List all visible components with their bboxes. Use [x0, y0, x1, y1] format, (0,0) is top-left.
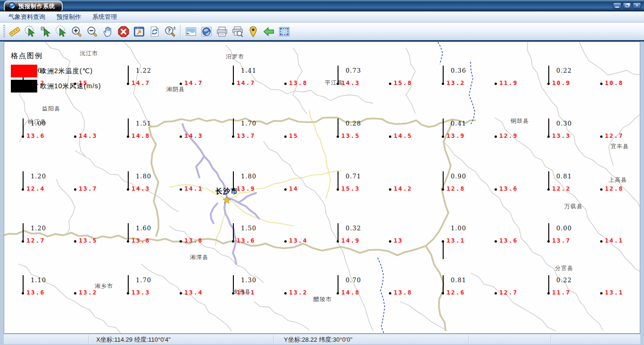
temperature-value: 13.8: [132, 237, 150, 244]
temperature-value: 12.8: [605, 185, 623, 192]
temperature-value: 14.3: [132, 185, 150, 192]
grid-point-dot: [180, 240, 182, 243]
temperature-value: 13.8: [289, 79, 307, 86]
wind-barb: [548, 66, 549, 84]
export-image-button[interactable]: [183, 24, 198, 39]
changsha-star-icon: [223, 196, 231, 206]
temperature-value: 14.7: [237, 79, 255, 86]
export-image-icon: [185, 25, 197, 38]
wind-barb: [443, 66, 444, 84]
temperature-value: 11.7: [552, 289, 570, 296]
select-arrow-button[interactable]: [38, 24, 53, 39]
grid-region-select-button[interactable]: [276, 24, 292, 39]
temperature-value: 14.1: [184, 185, 203, 192]
zoom-out-button[interactable]: [84, 24, 100, 39]
measure-ruler-button[interactable]: [7, 24, 22, 39]
select-by-circle-button[interactable]: [22, 24, 38, 39]
wind-speed-value: 1.30: [241, 277, 256, 284]
wind-barb: [128, 118, 129, 136]
temperature-value: 13.3: [552, 132, 570, 139]
grid-point-dot: [284, 188, 287, 191]
wind-barb: [23, 275, 24, 293]
temperature-value: 14.8: [132, 132, 150, 139]
refresh-button[interactable]: [147, 24, 162, 39]
temperature-value: 13.8: [184, 237, 203, 244]
grid-point-dot: [284, 83, 287, 85]
globe-view-button[interactable]: [198, 24, 214, 39]
select-lasso-icon: [55, 25, 67, 38]
status-bar: X坐标:114.29 经度:110°0'4" Y坐标:28.22 纬度:30°0…: [4, 334, 640, 344]
temperature-value: 14.8: [341, 289, 360, 296]
legend-swatch-1: [11, 80, 37, 93]
temperature-value: 12.9: [499, 132, 518, 139]
pan-hand-button[interactable]: [100, 24, 116, 39]
map-canvas[interactable]: 格点图例 欧洲2米温度(℃)欧洲10米风速(m/s) 14.20.611514.…: [4, 42, 640, 334]
menu-item-forecast-production[interactable]: 预报制作: [52, 11, 86, 23]
legend-title: 格点图例: [11, 51, 101, 60]
legend-label: 欧洲2米温度(℃): [40, 67, 93, 76]
temperature-value: 14.3: [79, 132, 97, 139]
wind-speed-value: 1.70: [241, 120, 256, 127]
grid-point-dot: [600, 188, 603, 191]
wind-barb: [128, 275, 129, 293]
wind-speed-value: 1.41: [241, 67, 256, 74]
wind-barb: [338, 118, 339, 136]
wind-barb: [338, 171, 339, 189]
map-label-county: 株洲县: [232, 288, 251, 296]
select-lasso-button[interactable]: [53, 24, 69, 39]
minimize-button[interactable]: [613, 2, 621, 9]
close-button[interactable]: ×: [633, 2, 641, 9]
grid-legend: 格点图例 欧洲2米温度(℃)欧洲10米风速(m/s): [11, 51, 101, 95]
temperature-value: 13.7: [237, 132, 255, 139]
wind-speed-value: 0.28: [346, 120, 361, 127]
map-label-county: 宜丰县: [611, 143, 629, 151]
menu-item-weather-data-query[interactable]: 气象资料查询: [4, 11, 50, 23]
temperature-value: 14.7: [132, 79, 150, 86]
grid-point-dot: [600, 83, 603, 85]
placemark-button[interactable]: [245, 24, 261, 39]
temperature-value: 13.6: [26, 132, 45, 139]
grid-point-dot: [600, 240, 603, 243]
print-preview-button[interactable]: [230, 24, 245, 39]
temperature-value: 14.3: [341, 79, 360, 86]
wind-speed-value: 1.10: [31, 277, 46, 284]
wind-barb: [23, 223, 24, 241]
temperature-value: 12.7: [605, 132, 623, 139]
grid-point-dot: [495, 292, 497, 295]
grid-point-dot: [74, 135, 76, 138]
wind-speed-value: 1.60: [136, 225, 151, 232]
map-label-county: 醴陵市: [314, 295, 332, 303]
grid-point-dot: [284, 240, 287, 243]
zoom-in-button[interactable]: [69, 24, 84, 39]
wind-speed-value: 0.90: [451, 173, 466, 180]
identify-query-button[interactable]: ?±: [162, 24, 178, 39]
print-button[interactable]: [214, 24, 230, 39]
temperature-value: 11.9: [499, 79, 518, 86]
grid-point-dot: [180, 83, 182, 85]
grid-point-dot: [495, 83, 497, 85]
stop-cancel-button[interactable]: [116, 24, 131, 39]
wind-speed-value: 0.71: [346, 173, 361, 180]
restore-button[interactable]: [623, 2, 631, 9]
menu-item-system-management[interactable]: 系统管理: [88, 11, 122, 23]
temperature-value: 13.4: [289, 237, 307, 244]
back-arrow-button[interactable]: [261, 24, 276, 39]
globe-view-icon: [200, 25, 213, 38]
grid-point-dot: [600, 292, 603, 295]
full-extent-button[interactable]: [131, 24, 147, 39]
map-label-county: 分宜县: [555, 264, 573, 272]
map-label-county: 万载县: [564, 202, 583, 210]
grid-point-dot: [389, 188, 391, 191]
temperature-value: 15.8: [394, 79, 412, 86]
identify-query-icon: ?±: [164, 25, 176, 38]
title-tab: 预报制作系统: [4, 0, 63, 11]
wind-speed-value: 1.70: [136, 277, 151, 284]
grid-point-dot: [74, 188, 76, 191]
placemark-icon: [247, 25, 259, 38]
map-label-county: 平江县: [325, 79, 343, 87]
wind-speed-value: 0.32: [346, 225, 361, 232]
temperature-value: 14: [289, 185, 298, 192]
measure-ruler-icon: [8, 25, 21, 38]
temperature-value: 14.3: [184, 132, 203, 139]
wind-speed-value: 1.80: [241, 173, 256, 180]
